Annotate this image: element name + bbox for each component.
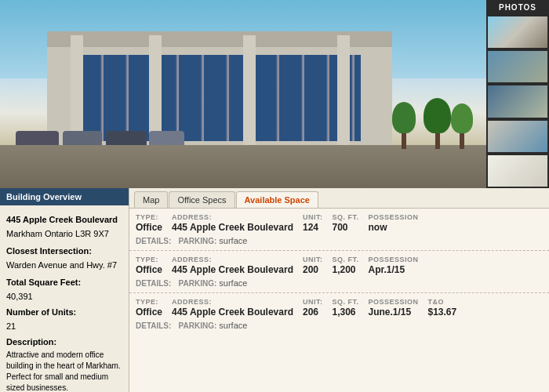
space-row-2: TYPE: Office ADDRESS: 445 Apple Creek Bo…: [129, 251, 549, 293]
unit-label-3: UNIT:: [303, 298, 323, 306]
col-type-3: TYPE: Office: [136, 298, 162, 318]
type-label-1: TYPE:: [136, 213, 162, 221]
col-type-1: TYPE: Office: [136, 213, 162, 233]
right-panel: Map Office Specs Available Space TYPE: O…: [129, 188, 549, 392]
sqft-label-3: SQ. FT.: [332, 298, 358, 306]
thumbnail-2[interactable]: [488, 51, 547, 82]
building-overview-panel: Building Overview 445 Apple Creek Boulev…: [0, 188, 129, 392]
main-photo: PHOTOS: [0, 0, 549, 188]
bottom-section: Building Overview 445 Apple Creek Boulev…: [0, 188, 549, 392]
sqft-label: Total Square Feet:: [6, 276, 122, 289]
possession-label-3: POSSESSION: [368, 298, 418, 306]
row-2-details: Details: PARKING: surface: [136, 277, 543, 291]
sqft-value-3: 1,306: [332, 307, 358, 318]
col-unit-3: UNIT: 206: [303, 298, 323, 318]
address-value-3: 445 Apple Creek Boulevard: [172, 307, 293, 318]
sqft-value: 40,391: [6, 290, 122, 303]
tabs-bar: Map Office Specs Available Space: [129, 188, 549, 209]
building-area: [0, 0, 486, 188]
panel-body: 445 Apple Creek Boulevard Markham Ontari…: [0, 205, 129, 392]
description-value: Attractive and modern office building in…: [6, 350, 122, 393]
intersection-value: Warden Avenue and Hwy. #7: [6, 259, 122, 272]
parking-cars: [16, 125, 173, 145]
space-row-1: TYPE: Office ADDRESS: 445 Apple Creek Bo…: [129, 209, 549, 251]
possession-value-1: now: [368, 222, 418, 233]
tno-label-3: T&O: [428, 298, 457, 306]
possession-value-3: June.1/15: [368, 307, 418, 318]
intersection-label: Closest Intersection:: [6, 245, 122, 258]
tab-office-specs[interactable]: Office Specs: [169, 191, 235, 208]
sqft-value-2: 1,200: [332, 264, 358, 275]
tab-map[interactable]: Map: [134, 191, 168, 208]
tree-1: [392, 102, 416, 149]
col-address-2: ADDRESS: 445 Apple Creek Boulevard: [172, 256, 293, 275]
thumbnail-5[interactable]: [488, 155, 547, 187]
photos-sidebar: PHOTOS: [486, 0, 549, 188]
possession-label-2: POSSESSION: [368, 256, 418, 263]
type-value-1: Office: [136, 222, 162, 233]
car-2: [63, 131, 102, 145]
possession-value-2: Apr.1/15: [368, 264, 418, 275]
type-label-2: TYPE:: [136, 256, 162, 263]
row-1-details: Details: PARKING: surface: [136, 234, 543, 249]
units-label: Number of Units:: [6, 306, 122, 319]
tab-available-space[interactable]: Available Space: [236, 191, 318, 208]
thumbnail-4[interactable]: [488, 121, 547, 152]
col-sqft-3: SQ. FT. 1,306: [332, 298, 358, 318]
row-3-details: Details: PARKING: surface: [136, 319, 543, 333]
ground: [0, 145, 486, 188]
col-unit-1: UNIT: 124: [303, 213, 323, 233]
col-unit-2: UNIT: 200: [303, 256, 323, 275]
type-value-2: Office: [136, 264, 162, 275]
type-label-3: TYPE:: [136, 298, 162, 306]
car-3: [106, 131, 147, 145]
column-3: [243, 35, 256, 157]
tree-3: [451, 103, 473, 149]
address-label-2: ADDRESS:: [172, 256, 293, 263]
sqft-label-1: SQ. FT.: [332, 213, 358, 221]
thumbnail-3[interactable]: [488, 85, 547, 117]
col-possession-3: POSSESSION June.1/15: [368, 298, 418, 318]
col-possession-1: POSSESSION now: [368, 213, 418, 233]
unit-label-1: UNIT:: [303, 213, 323, 221]
row-2-header: TYPE: Office ADDRESS: 445 Apple Creek Bo…: [136, 256, 543, 275]
units-value: 21: [6, 320, 122, 333]
col-type-2: TYPE: Office: [136, 256, 162, 275]
address-label-1: ADDRESS:: [172, 213, 293, 221]
row-1-header: TYPE: Office ADDRESS: 445 Apple Creek Bo…: [136, 213, 543, 233]
unit-label-2: UNIT:: [303, 256, 323, 263]
tree-2: [424, 98, 451, 149]
unit-value-1: 124: [303, 222, 323, 233]
possession-label-1: POSSESSION: [368, 213, 418, 221]
unit-value-3: 206: [303, 307, 323, 318]
description-label: Description:: [6, 336, 122, 349]
thumbnail-1[interactable]: [488, 16, 547, 48]
address-value-2: 445 Apple Creek Boulevard: [172, 264, 293, 275]
col-sqft-1: SQ. FT. 700: [332, 213, 358, 233]
address-value-1: 445 Apple Creek Boulevard: [172, 222, 293, 233]
column-4: [337, 35, 350, 157]
sqft-label-2: SQ. FT.: [332, 256, 358, 263]
space-row-3: TYPE: Office ADDRESS: 445 Apple Creek Bo…: [129, 293, 549, 335]
col-address-3: ADDRESS: 445 Apple Creek Boulevard: [172, 298, 293, 318]
col-sqft-2: SQ. FT. 1,200: [332, 256, 358, 275]
car-4: [149, 131, 184, 145]
available-space-table: TYPE: Office ADDRESS: 445 Apple Creek Bo…: [129, 209, 549, 392]
unit-value-2: 200: [303, 264, 323, 275]
address-label-3: ADDRESS:: [172, 298, 293, 306]
col-possession-2: POSSESSION Apr.1/15: [368, 256, 418, 275]
panel-title: Building Overview: [0, 188, 129, 205]
photos-label: PHOTOS: [486, 0, 549, 15]
row-3-header: TYPE: Office ADDRESS: 445 Apple Creek Bo…: [136, 298, 543, 318]
car-1: [16, 131, 59, 145]
col-address-1: ADDRESS: 445 Apple Creek Boulevard: [172, 213, 293, 233]
address-line1: 445 Apple Creek Boulevard: [6, 213, 122, 227]
address-line2: Markham Ontario L3R 9X7: [6, 227, 122, 241]
type-value-3: Office: [136, 307, 162, 318]
col-tno-3: T&O $13.67: [428, 298, 457, 318]
sqft-value-1: 700: [332, 222, 358, 233]
tno-value-3: $13.67: [428, 307, 457, 318]
